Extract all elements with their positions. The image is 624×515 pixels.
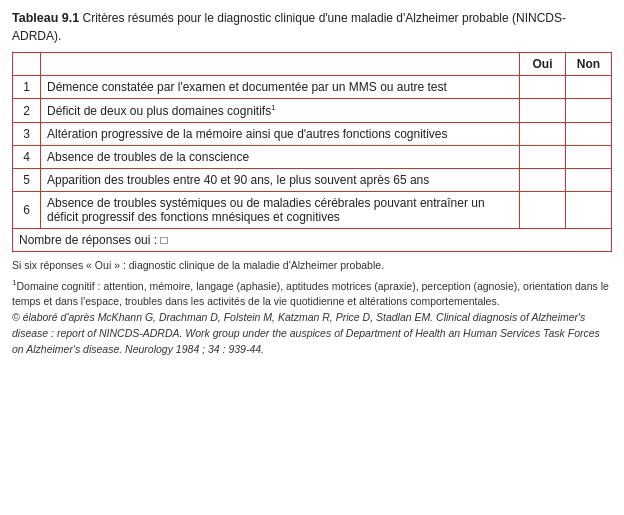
row-num-6: 6 — [13, 192, 41, 229]
table-label: Tableau 9.1 — [12, 11, 79, 25]
table-title: Tableau 9.1 Critères résumés pour le dia… — [12, 10, 612, 44]
row-non-5 — [566, 169, 612, 192]
footnote-citation: © élaboré d'après McKhann G, Drachman D,… — [12, 310, 612, 357]
table-row: 1 Démence constatée par l'examen et docu… — [13, 76, 612, 99]
table-row: 6 Absence de troubles systémiques ou de … — [13, 192, 612, 229]
header-non: Non — [566, 53, 612, 76]
row-non-4 — [566, 146, 612, 169]
superscript-1: 1 — [271, 103, 275, 112]
criteria-table: Oui Non 1 Démence constatée par l'examen… — [12, 52, 612, 252]
footnote-1: 1Domaine cognitif : attention, mémoire, … — [12, 277, 612, 310]
footnote-main: Si six réponses « Oui » : diagnostic cli… — [12, 258, 612, 274]
row-non-6 — [566, 192, 612, 229]
row-oui-6 — [520, 192, 566, 229]
header-oui: Oui — [520, 53, 566, 76]
table-row: 5 Apparition des troubles entre 40 et 90… — [13, 169, 612, 192]
table-row: 4 Absence de troubles de la conscience — [13, 146, 612, 169]
row-oui-4 — [520, 146, 566, 169]
row-non-3 — [566, 123, 612, 146]
table-footer-cell: Nombre de réponses oui : □ — [13, 229, 612, 252]
row-desc-2: Déficit de deux ou plus domaines cogniti… — [41, 99, 520, 123]
row-desc-3: Altération progressive de la mémoire ain… — [41, 123, 520, 146]
row-num-1: 1 — [13, 76, 41, 99]
row-num-5: 5 — [13, 169, 41, 192]
row-num-4: 4 — [13, 146, 41, 169]
row-desc-6: Absence de troubles systémiques ou de ma… — [41, 192, 520, 229]
row-non-2 — [566, 99, 612, 123]
header-desc-cell — [41, 53, 520, 76]
table-footer-row: Nombre de réponses oui : □ — [13, 229, 612, 252]
table-row: 3 Altération progressive de la mémoire a… — [13, 123, 612, 146]
table-header-row: Oui Non — [13, 53, 612, 76]
row-desc-5: Apparition des troubles entre 40 et 90 a… — [41, 169, 520, 192]
row-oui-2 — [520, 99, 566, 123]
row-num-2: 2 — [13, 99, 41, 123]
table-description: Critères résumés pour le diagnostic clin… — [12, 11, 566, 43]
row-desc-4: Absence de troubles de la conscience — [41, 146, 520, 169]
row-non-1 — [566, 76, 612, 99]
footnotes-block: Si six réponses « Oui » : diagnostic cli… — [12, 258, 612, 357]
table-row: 2 Déficit de deux ou plus domaines cogni… — [13, 99, 612, 123]
row-oui-1 — [520, 76, 566, 99]
header-num-cell — [13, 53, 41, 76]
row-desc-1: Démence constatée par l'examen et docume… — [41, 76, 520, 99]
row-num-3: 3 — [13, 123, 41, 146]
row-oui-3 — [520, 123, 566, 146]
row-oui-5 — [520, 169, 566, 192]
